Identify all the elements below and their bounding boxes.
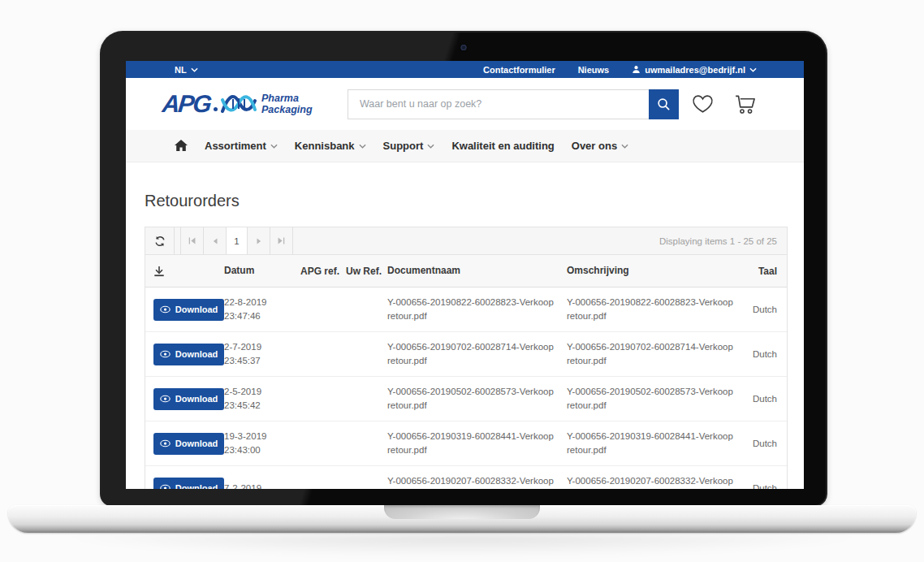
search-icon [657,97,671,111]
user-icon [632,65,641,74]
last-page-button[interactable] [270,227,293,254]
nav-item-over-ons[interactable]: Over ons [572,140,628,152]
cell-datum: 7-2-2019 [224,482,300,490]
cell-taal: Dutch [752,394,787,404]
user-menu[interactable]: uwmailadres@bedrijf.nl [632,65,757,75]
column-header-uw-ref[interactable]: Uw Ref. [346,266,387,277]
laptop-base-notch [384,505,540,519]
eye-icon [160,350,171,358]
link-nieuws[interactable]: Nieuws [578,65,610,75]
logo-tagline: Pharma Packaging [261,93,313,116]
eye-icon [160,395,171,403]
column-header-omschrijving[interactable]: Omschrijving [567,264,752,278]
language-selector[interactable]: NL [175,65,198,75]
cell-datum: 2-5-201923:45:42 [224,385,300,413]
nav-item-support[interactable]: Support [383,140,435,152]
toolbar-spacer [175,227,181,254]
link-contactformulier[interactable]: Contactformulier [483,65,555,75]
nav-item-kennisbank[interactable]: Kennisbank [295,140,366,152]
logo-acronym: APG [161,90,212,118]
column-header-taal[interactable]: Taal [752,266,787,277]
chevron-down-icon [621,144,628,149]
nav-item-assortiment[interactable]: Assortiment [205,140,278,152]
previous-page-button[interactable] [204,227,227,254]
download-button[interactable]: Download [153,344,224,365]
home-icon[interactable] [175,140,188,152]
table-row: Download 22-8-201923:47:46 Y-000656-2019… [145,287,787,332]
search-input[interactable] [348,89,649,119]
cell-documentnaam: Y-000656-20190207-60028332-Verkoop retou… [387,474,567,489]
cell-taal: Dutch [752,305,787,314]
first-page-button[interactable] [181,227,204,254]
chevron-down-icon [749,67,757,72]
laptop-mockup: NL Contactformulier Nieuws uwmailadres@b… [0,0,924,562]
refresh-button[interactable] [145,227,175,254]
page-title: Retourorders [145,192,788,210]
column-header-apg-ref[interactable]: APG ref. [300,266,346,277]
laptop-base [8,505,916,533]
cell-omschrijving: Y-000656-20190822-60028823-Verkoop retou… [567,296,752,323]
language-label: NL [175,65,187,75]
cell-omschrijving: Y-000656-20190702-60028714-Verkoop retou… [567,340,752,368]
cell-omschrijving: Y-000656-20190319-60028441-Verkoop retou… [567,430,752,457]
table-row: Download 2-7-201923:45:37 Y-000656-20190… [145,332,787,377]
table-toolbar: 1 Displaying items 1 - 25 of 25 [145,227,787,255]
cell-taal: Dutch [752,349,787,359]
logo-dot [214,107,218,111]
download-button[interactable]: Download [153,299,224,321]
cell-omschrijving: Y-000656-20190502-60028573-Verkoop retou… [567,385,752,413]
dna-icon [219,91,258,117]
eye-icon [160,484,171,489]
wishlist-heart-icon[interactable] [692,94,714,114]
eye-icon [160,439,171,447]
download-button[interactable]: Download [153,433,224,455]
cell-documentnaam: Y-000656-20190319-60028441-Verkoop retou… [387,430,567,457]
laptop-screen: NL Contactformulier Nieuws uwmailadres@b… [101,32,826,505]
site-header: APG Pharma Packaging [126,78,804,130]
laptop-reflection [19,534,905,559]
download-button[interactable]: Download [153,388,224,410]
pagination-status: Displaying items 1 - 25 of 25 [659,227,787,254]
table-row: Download 19-3-201923:43:00 Y-000656-2019… [145,422,787,466]
page-content: Retourorders 1 [126,192,804,489]
cell-omschrijving: Y-000656-20190207-60028332-Verkoop retou… [567,474,752,489]
table-row: Download 7-2-2019 Y-000656-20190207-6002… [145,466,787,489]
download-button[interactable]: Download [153,478,224,490]
cell-documentnaam: Y-000656-20190702-60028714-Verkoop retou… [387,340,567,368]
cell-datum: 22-8-201923:47:46 [224,296,300,323]
next-page-button[interactable] [248,227,270,254]
current-page-number[interactable]: 1 [227,227,248,254]
cell-taal: Dutch [752,439,787,448]
download-column-icon[interactable] [145,266,224,277]
table-row: Download 2-5-201923:45:42 Y-000656-20190… [145,377,787,422]
search-bar [348,89,679,119]
site-topbar: NL Contactformulier Nieuws uwmailadres@b… [126,61,804,78]
column-header-datum[interactable]: Datum [224,264,300,278]
browser-viewport: NL Contactformulier Nieuws uwmailadres@b… [126,61,804,489]
retourorders-table: 1 Displaying items 1 - 25 of 25 [145,227,788,489]
chevron-down-icon [270,144,278,149]
chevron-down-icon [427,144,434,149]
main-navigation: Assortiment Kennisbank Support Kwaliteit… [126,130,804,162]
logo[interactable]: APG Pharma Packaging [162,90,343,118]
cell-datum: 19-3-201923:43:00 [224,430,300,457]
search-button[interactable] [649,89,679,119]
cart-icon[interactable] [735,94,757,115]
eye-icon [160,305,171,313]
nav-item-kwaliteit[interactable]: Kwaliteit en auditing [451,140,554,152]
column-header-documentnaam[interactable]: Documentnaam [387,264,567,278]
webcam-icon [461,45,467,50]
table-header-row: Datum APG ref. Uw Ref. Documentnaam Omsc… [145,255,787,287]
user-email: uwmailadres@bedrijf.nl [645,65,745,75]
cell-taal: Dutch [752,483,787,489]
chevron-down-icon [359,144,366,149]
cell-datum: 2-7-201923:45:37 [224,340,300,368]
chevron-down-icon [191,67,198,72]
cell-documentnaam: Y-000656-20190502-60028573-Verkoop retou… [387,385,567,413]
cell-documentnaam: Y-000656-20190822-60028823-Verkoop retou… [387,296,567,323]
